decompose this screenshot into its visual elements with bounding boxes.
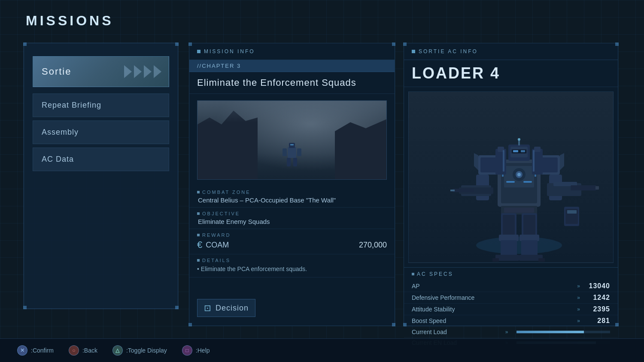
spec-arrow-icon: » — [577, 318, 580, 324]
spec-arrow-icon: » — [577, 306, 580, 312]
label-dot — [197, 212, 200, 215]
header-dot — [197, 50, 200, 53]
mission-info-label: MISSION INFO — [204, 48, 255, 54]
coam-label: COAM — [206, 241, 229, 250]
svg-rect-58 — [533, 150, 535, 172]
mission-title: Eliminate the Enforcement Squads — [189, 72, 395, 94]
chevron-4 — [154, 65, 162, 78]
svg-marker-18 — [474, 153, 478, 170]
help-label: :Help — [196, 347, 210, 354]
menu-item-repeat-briefing[interactable]: Repeat Briefing — [33, 94, 169, 117]
details-section: DETAILS • Eliminate the PCA enforcement … — [189, 254, 395, 278]
structure-right — [335, 119, 386, 179]
svg-rect-36 — [513, 150, 518, 152]
control-confirm: ✕ :Confirm — [17, 345, 54, 356]
menu-item-label: AC Data — [42, 155, 74, 163]
svg-rect-5 — [293, 158, 297, 166]
svg-rect-61 — [503, 150, 504, 172]
chevron-2 — [134, 65, 143, 78]
euro-icon: € — [197, 239, 202, 250]
spec-row: AP»13040 — [404, 281, 618, 292]
mission-image — [197, 100, 387, 180]
svg-point-7 — [476, 237, 562, 254]
label-dot — [197, 191, 200, 193]
spec-name: Attitude Stability — [412, 306, 577, 313]
svg-rect-57 — [534, 147, 541, 152]
control-back: ○ :Back — [69, 345, 97, 356]
svg-rect-43 — [503, 215, 515, 235]
svg-rect-0 — [288, 147, 296, 158]
spec-row: Current Load» — [404, 327, 618, 338]
sortie-button[interactable]: Sortie — [33, 56, 169, 87]
objective-section: OBJECTIVE Eliminate Enemy Squads — [189, 208, 395, 229]
sortie-ac-panel: SORTIE AC INFO LOADER 4 — [404, 43, 618, 326]
btn-o: ○ — [69, 345, 79, 356]
ac-name: LOADER 4 — [404, 60, 618, 87]
mission-info-header: MISSION INFO — [189, 43, 395, 60]
corner-bl — [23, 306, 27, 309]
sortie-ac-label: SORTIE AC INFO — [419, 48, 478, 54]
menu-item-ac-data[interactable]: AC Data — [33, 148, 169, 171]
spec-name: AP — [412, 283, 577, 290]
details-value: • Eliminate the PCA enforcement squads. — [197, 265, 387, 274]
toggle-label: :Toggle Display — [126, 347, 167, 354]
mech-display — [408, 91, 614, 263]
reward-row: € COAM 270,000 — [197, 239, 387, 250]
spec-name: Defensive Performance — [412, 294, 577, 301]
svg-rect-46 — [495, 255, 519, 261]
menu-item-assembly[interactable]: Assembly — [33, 121, 169, 144]
ac-specs-label: AC SPECS — [417, 271, 453, 277]
menu-item-label: Assembly — [42, 128, 79, 136]
btn-square: □ — [182, 345, 192, 356]
reward-section: REWARD € COAM 270,000 — [189, 229, 395, 254]
ac-specs-header: AC SPECS — [404, 267, 618, 281]
spec-name: Boost Speed — [412, 317, 577, 324]
objective-label: OBJECTIVE — [197, 211, 387, 216]
spec-name: Current Load — [412, 329, 505, 335]
corner-tr — [175, 42, 179, 46]
svg-rect-15 — [523, 181, 532, 183]
chapter-badge: //CHAPTER 3 — [189, 60, 395, 72]
spec-bar — [516, 331, 610, 333]
chevron-1 — [124, 65, 133, 78]
svg-marker-21 — [560, 153, 564, 170]
svg-point-39 — [518, 138, 520, 141]
svg-rect-2 — [283, 148, 287, 156]
combat-zone-label: COMBAT ZONE — [197, 190, 387, 195]
back-label: :Back — [82, 347, 97, 354]
spec-arrow-icon: » — [577, 283, 580, 289]
svg-rect-37 — [521, 150, 525, 152]
chevron-3 — [144, 65, 152, 78]
decision-button[interactable]: ⊡ Decision — [197, 299, 255, 317]
spec-value: 1242 — [584, 294, 610, 302]
spec-row: Attitude Stability»2395 — [404, 304, 618, 315]
menu-item-label: Repeat Briefing — [42, 101, 101, 109]
control-help: □ :Help — [182, 345, 210, 356]
sortie-label: Sortie — [42, 66, 71, 77]
combat-zone-section: COMBAT ZONE Central Belius – PCA-Occupie… — [189, 186, 395, 208]
decision-icon: ⊡ — [204, 303, 211, 313]
svg-rect-4 — [287, 158, 291, 166]
spec-row: Boost Speed»281 — [404, 315, 618, 327]
svg-rect-25 — [453, 189, 474, 192]
corner-tl — [23, 42, 27, 46]
btn-triangle: △ — [112, 345, 123, 356]
btn-x: ✕ — [17, 345, 27, 356]
svg-rect-50 — [519, 235, 539, 241]
details-label: DETAILS — [197, 258, 387, 263]
svg-rect-53 — [538, 258, 545, 262]
svg-point-13 — [517, 173, 521, 176]
control-toggle: △ :Toggle Display — [112, 345, 167, 356]
reward-coam: € COAM — [197, 239, 229, 250]
spec-arrow-icon: » — [505, 329, 508, 335]
page: MISSIONS Sortie Repeat Briefing Assembly — [0, 0, 644, 362]
svg-rect-3 — [297, 148, 301, 156]
svg-rect-49 — [523, 215, 535, 235]
haze-top — [197, 101, 386, 122]
left-panel: Sortie Repeat Briefing Assembly AC Data — [24, 43, 178, 309]
spec-bar-fill — [516, 331, 584, 333]
bottom-bar: ✕ :Confirm ○ :Back △ :Toggle Display □ :… — [0, 338, 644, 362]
objective-value: Eliminate Enemy Squads — [197, 218, 387, 225]
corner-br — [175, 306, 179, 309]
mission-image-bg — [197, 101, 386, 179]
